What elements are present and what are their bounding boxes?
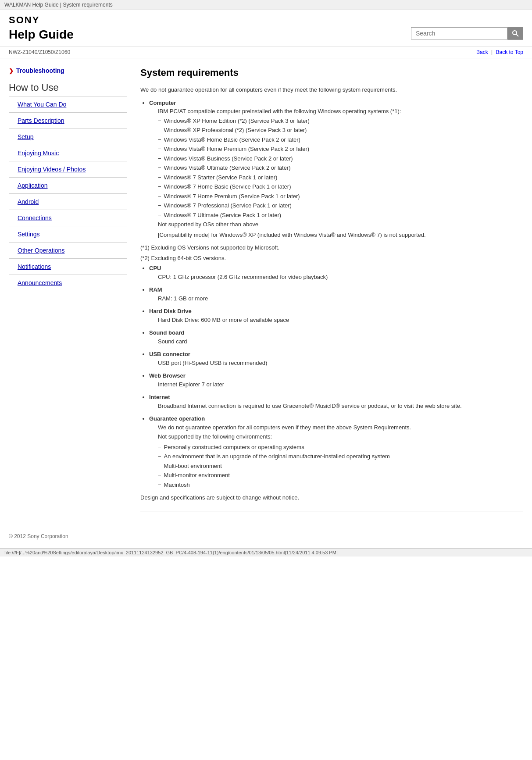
sidebar-troubleshooting[interactable]: Troubleshooting — [9, 67, 127, 74]
browser-url: file:///F|/...%20and%20Settings/editoral… — [4, 550, 338, 555]
bullet-description: Sound card — [158, 337, 523, 346]
dash-item: Windows® 7 Home Basic (Service Pack 1 or… — [158, 182, 523, 191]
dash-item: Windows® 7 Ultimate (Service Pack 1 or l… — [158, 211, 523, 220]
footer: © 2012 Sony Corporation — [0, 529, 532, 548]
dash-item: Windows® 7 Professional (Service Pack 1 … — [158, 201, 523, 210]
more-sections-container: CPUCPU: 1 GHz processor (2.6 GHz recomme… — [140, 264, 523, 489]
sidebar-item-enjoying-videos---photos[interactable]: Enjoying Videos / Photos — [9, 161, 127, 178]
dash-item: Windows Vista® Ultimate (Service Pack 2 … — [158, 164, 523, 172]
bullet-section: USB connectorUSB port (Hi-Speed USB is r… — [140, 350, 523, 367]
dash-item: Windows® 7 Home Premium (Service Pack 1 … — [158, 192, 523, 201]
browser-title-bar: WALKMAN Help Guide | System requirements — [0, 0, 532, 10]
browser-title: WALKMAN Help Guide | System requirements — [4, 2, 113, 8]
sub-header: NWZ-Z1040/Z1050/Z1060 Back | Back to Top — [0, 46, 532, 58]
bullet-section: InternetBroadband Internet connection is… — [140, 393, 523, 410]
sidebar-item-what-you-can-do[interactable]: What You Can Do — [9, 96, 127, 113]
computer-note2: [Compatibility mode] for Windows® XP (in… — [158, 231, 523, 239]
sidebar-item-announcements[interactable]: Announcements — [9, 275, 127, 291]
bullet-title: Sound board — [149, 329, 184, 336]
sidebar-item-enjoying-music[interactable]: Enjoying Music — [9, 145, 127, 161]
sidebar-item-setup[interactable]: Setup — [9, 129, 127, 145]
computer-note1: Not supported by OSs other than above — [158, 220, 523, 229]
sidebar-item-parts-description[interactable]: Parts Description — [9, 113, 127, 129]
dash-item: Macintosh — [158, 481, 523, 489]
dash-item: Windows® 7 Starter (Service Pack 1 or la… — [158, 173, 523, 182]
bullet-section: Sound boardSound card — [140, 328, 523, 346]
content-area: System requirements We do not guarantee … — [140, 67, 523, 520]
search-button[interactable] — [507, 27, 523, 40]
intro-text: We do not guarantee operation for all co… — [140, 86, 523, 94]
sidebar-item-notifications[interactable]: Notifications — [9, 259, 127, 275]
bullet-section: RAMRAM: 1 GB or more — [140, 285, 523, 303]
sidebar-item-settings[interactable]: Settings — [9, 226, 127, 243]
back-to-top-link[interactable]: Back to Top — [496, 49, 523, 55]
bullet-title: Guarantee operation — [149, 415, 205, 422]
bullet-section: Hard Disk DriveHard Disk Drive: 600 MB o… — [140, 307, 523, 324]
bullet-title: USB connector — [149, 351, 190, 357]
sidebar: Troubleshooting How to Use What You Can … — [9, 67, 127, 520]
header-left: SONY Help Guide — [9, 14, 74, 42]
nav-separator: | — [491, 49, 493, 55]
computer-description: IBM PC/AT compatible computer preinstall… — [158, 107, 523, 116]
bullet-description: Internet Explorer 7 or later — [158, 380, 523, 389]
bullet-description: Broadband Internet connection is require… — [158, 402, 523, 410]
dash-item: Windows Vista® Business (Service Pack 2 … — [158, 154, 523, 163]
bullet-title: Web Browser — [149, 372, 186, 379]
bullet-description: CPU: 1 GHz processor (2.6 GHz recommende… — [158, 273, 523, 282]
footnote: (*2) Excluding 64-bit OS versions. — [140, 254, 523, 263]
svg-line-1 — [516, 34, 518, 36]
dash-item: An environment that is an upgrade of the… — [158, 452, 523, 461]
back-link[interactable]: Back — [476, 49, 488, 55]
browser-bottom-bar: file:///F|/...%20and%20Settings/editoral… — [0, 548, 532, 557]
sidebar-item-connections[interactable]: Connections — [9, 210, 127, 226]
dash-item: Personally constructed computers or oper… — [158, 443, 523, 452]
dash-item: Multi-boot environment — [158, 462, 523, 471]
computer-bullet: Computer — [149, 100, 176, 106]
computer-dash-items: Windows® XP Home Edition (*2) (Service P… — [149, 117, 523, 220]
closing-text: Design and specifications are subject to… — [140, 493, 523, 502]
content-divider — [140, 511, 523, 511]
computer-section: Computer IBM PC/AT compatible computer p… — [140, 99, 523, 239]
device-model: NWZ-Z1040/Z1050/Z1060 — [9, 49, 70, 55]
footnotes-container: (*1) Excluding OS Versions not supported… — [140, 243, 523, 262]
bullet-title: Hard Disk Drive — [149, 308, 192, 314]
bullet-section: Web BrowserInternet Explorer 7 or later — [140, 371, 523, 389]
bullet-description: USB port (Hi-Speed USB is recommended) — [158, 359, 523, 368]
header: SONY Help Guide — [0, 10, 532, 46]
dash-item: Windows® XP Home Edition (*2) (Service P… — [158, 117, 523, 125]
main-container: Troubleshooting How to Use What You Can … — [0, 58, 532, 529]
help-guide-title: Help Guide — [9, 28, 74, 42]
sidebar-item-other-operations[interactable]: Other Operations — [9, 243, 127, 259]
copyright: © 2012 Sony Corporation — [9, 533, 68, 539]
how-to-use-title: How to Use — [9, 82, 127, 96]
bullet-description: RAM: 1 GB or more — [158, 294, 523, 303]
search-icon — [512, 30, 519, 37]
bullet-description: We do not guarantee operation for all co… — [158, 423, 523, 432]
sidebar-items-container: What You Can DoParts DescriptionSetupEnj… — [9, 96, 127, 291]
bullet-section: Guarantee operationWe do not guarantee o… — [140, 414, 523, 489]
footnote: (*1) Excluding OS Versions not supported… — [140, 243, 523, 252]
bullet-title: CPU — [149, 265, 161, 271]
bullet-description: Hard Disk Drive: 600 MB or more of avail… — [158, 316, 523, 325]
sidebar-item-application[interactable]: Application — [9, 178, 127, 194]
dash-item: Windows® XP Professional (*2) (Service P… — [158, 126, 523, 135]
bullet-title: RAM — [149, 286, 162, 293]
search-area — [411, 27, 523, 40]
sidebar-item-android[interactable]: Android — [9, 194, 127, 210]
bullet-title: Internet — [149, 394, 170, 400]
dash-item: Windows Vista® Home Premium (Service Pac… — [158, 145, 523, 153]
nav-links: Back | Back to Top — [476, 49, 523, 55]
dash-item: Windows Vista® Home Basic (Service Pack … — [158, 136, 523, 144]
search-input[interactable] — [411, 27, 507, 39]
section-note: Not supported by the following environme… — [158, 432, 523, 441]
dash-item: Multi-monitor environment — [158, 471, 523, 480]
page-title: System requirements — [140, 67, 523, 78]
bullet-section: CPUCPU: 1 GHz processor (2.6 GHz recomme… — [140, 264, 523, 281]
svg-point-0 — [513, 31, 517, 35]
sony-logo: SONY — [9, 14, 74, 26]
